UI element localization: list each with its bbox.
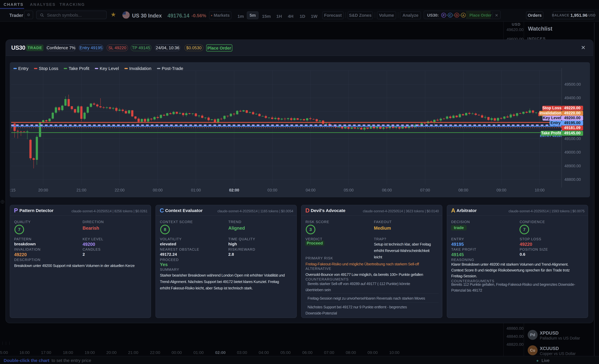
svg-text:Invalidation: Invalidation bbox=[539, 111, 561, 115]
svg-text:49195.00: 49195.00 bbox=[564, 121, 581, 125]
svg-text:21:00: 21:00 bbox=[76, 188, 86, 192]
svg-text:10:00: 10:00 bbox=[535, 188, 545, 192]
svg-text:20:00: 20:00 bbox=[38, 188, 48, 192]
svg-text:06:00: 06:00 bbox=[382, 188, 392, 192]
svg-text:09:00: 09:00 bbox=[496, 188, 506, 192]
svg-text:Stop Loss: Stop Loss bbox=[542, 106, 562, 110]
svg-text:49145.00: 49145.00 bbox=[564, 131, 581, 135]
svg-text:00:00: 00:00 bbox=[153, 188, 163, 192]
svg-text:A: A bbox=[462, 14, 464, 17]
svg-text:Take Profit: Take Profit bbox=[541, 131, 561, 135]
svg-text:Entry: Entry bbox=[550, 121, 561, 125]
svg-text:C: C bbox=[449, 14, 451, 17]
svg-text:05:00: 05:00 bbox=[344, 188, 354, 192]
svg-text:Key Level: Key Level bbox=[543, 116, 561, 120]
svg-text:49500.00: 49500.00 bbox=[564, 82, 581, 86]
svg-text:03:00: 03:00 bbox=[267, 188, 277, 192]
svg-text:49200.00: 49200.00 bbox=[564, 116, 581, 120]
svg-text:P: P bbox=[443, 14, 445, 17]
svg-text:48900.00: 48900.00 bbox=[564, 164, 581, 168]
svg-text:49220.00: 49220.00 bbox=[564, 106, 581, 110]
svg-text:49100.00: 49100.00 bbox=[564, 136, 581, 141]
svg-text:04:00: 04:00 bbox=[306, 188, 316, 192]
svg-text:48800.00: 48800.00 bbox=[564, 177, 581, 182]
svg-text:49400.00: 49400.00 bbox=[564, 96, 581, 100]
svg-text:01:00: 01:00 bbox=[191, 188, 201, 192]
svg-text:49220.00: 49220.00 bbox=[564, 111, 581, 115]
svg-text:22:00: 22:00 bbox=[115, 188, 124, 192]
svg-text:02:00: 02:00 bbox=[229, 188, 239, 192]
svg-text:49000.00: 49000.00 bbox=[564, 150, 581, 154]
svg-text:D: D bbox=[456, 14, 458, 17]
svg-text:07:00: 07:00 bbox=[420, 188, 430, 192]
svg-text:08:00: 08:00 bbox=[458, 188, 468, 192]
svg-text:9:15: 9:15 bbox=[10, 188, 16, 192]
svg-text:49181.09: 49181.09 bbox=[564, 126, 581, 130]
